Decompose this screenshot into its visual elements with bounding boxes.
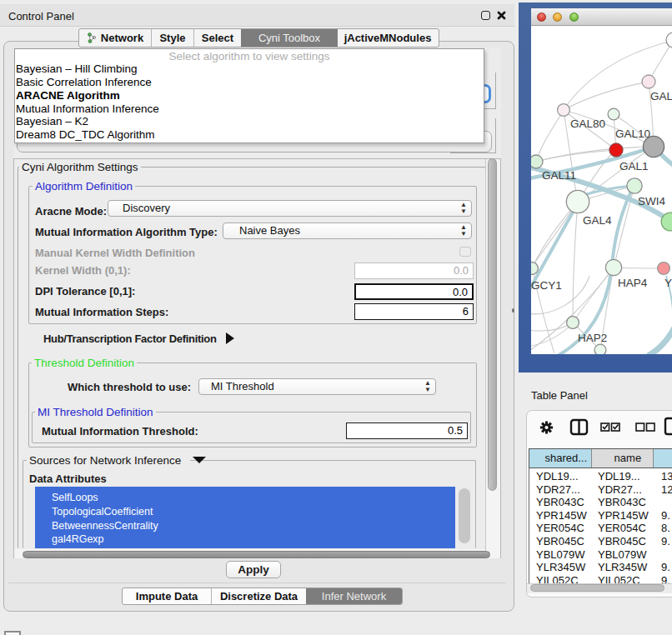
svg-text:GAL11: GAL11 [542, 169, 576, 182]
svg-text:HAP4: HAP4 [618, 277, 648, 289]
svg-text:GAL80: GAL80 [570, 118, 605, 130]
svg-text:GAL10: GAL10 [615, 128, 650, 140]
svg-text:Y: Y [664, 277, 672, 289]
svg-text:GCY1: GCY1 [531, 279, 562, 292]
svg-text:GAL4: GAL4 [583, 214, 612, 227]
svg-text:GAL1: GAL1 [619, 160, 649, 172]
svg-text:GAL8: GAL8 [650, 90, 672, 102]
svg-text:HAP2: HAP2 [578, 332, 607, 344]
svg-text:SWI4: SWI4 [638, 195, 665, 208]
